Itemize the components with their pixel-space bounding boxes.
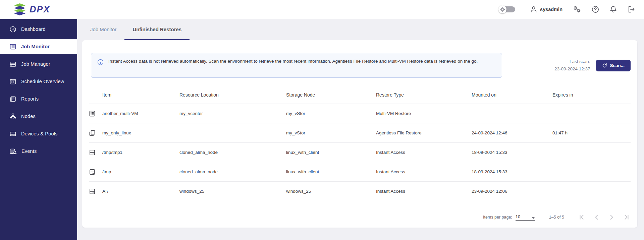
tab-bar: Job Monitor Unfinished Restores <box>82 19 637 40</box>
sidebar-item-nodes[interactable]: Nodes <box>0 109 77 124</box>
previous-page-button[interactable] <box>592 213 601 222</box>
cell-storage-node: my_vStor <box>286 130 376 135</box>
page-range-label: 1–5 of 5 <box>549 215 564 220</box>
logout-icon[interactable] <box>627 5 635 13</box>
last-scan-info: Last scan: 23-09-2024 12:37 <box>554 58 590 72</box>
sidebar-item-job-manager[interactable]: Job Manager <box>0 57 77 71</box>
cell-resource-location: my_vcenter <box>179 111 286 116</box>
cell-resource-location: windows_25 <box>179 189 286 194</box>
dpx-logo-icon <box>13 3 26 15</box>
cell-item: /tmp/tmp1 <box>102 150 179 155</box>
cell-item: /tmp <box>102 169 179 174</box>
pagination-bar: Items per page: 10 1–5 of 5 <box>89 209 631 228</box>
scan-button-label: Scan... <box>610 63 625 68</box>
user-menu[interactable]: sysadmin <box>530 6 562 13</box>
chevron-down-icon <box>532 217 535 219</box>
unfinished-restores-panel: Instant Access data is not retrieved aut… <box>82 40 637 228</box>
devices-icon <box>9 130 16 137</box>
cell-item: another_multi-VM <box>102 111 179 116</box>
next-page-button[interactable] <box>607 213 616 222</box>
col-resource-location: Resource Location <box>179 92 286 98</box>
tab-unfinished-restores[interactable]: Unfinished Restores <box>124 19 190 40</box>
sidebar-item-label: Devices & Pools <box>21 131 58 136</box>
cell-item: my_only_linux <box>102 130 179 135</box>
items-per-page-label: Items per page: <box>483 215 512 220</box>
help-icon[interactable] <box>591 5 599 13</box>
sidebar-item-label: Nodes <box>21 114 36 119</box>
cell-storage-node: windows_25 <box>286 189 376 194</box>
table-row[interactable]: my_only_linuxmy_vStorAgentless File Rest… <box>89 123 631 143</box>
scan-button[interactable]: Scan... <box>596 60 631 71</box>
sidebar-item-label: Job Monitor <box>21 44 50 49</box>
sidebar-item-label: Schedule Overview <box>21 79 64 84</box>
items-per-page-value: 10 <box>516 214 520 219</box>
top-bar: DPX sysadmin <box>0 0 644 19</box>
sidebar-item-reports[interactable]: Reports <box>0 92 77 106</box>
cell-storage-node: linux_with_client <box>286 150 376 155</box>
reports-icon <box>9 96 16 103</box>
username-label: sysadmin <box>540 7 562 12</box>
agentless-icon <box>89 130 102 136</box>
col-expires-in: Expires in <box>552 92 631 98</box>
job-manager-icon <box>9 61 16 68</box>
table-row[interactable]: A:\windows_25windows_25Instant Access23-… <box>89 182 631 201</box>
settings-toggle[interactable] <box>498 5 516 13</box>
sidebar-item-label: Dashboard <box>21 26 46 32</box>
cell-mounted-on: 18-09-2024 15:33 <box>472 150 552 155</box>
cell-restore-type: Instant Access <box>376 169 472 174</box>
table-header-row: Item Resource Location Storage Node Rest… <box>89 86 631 104</box>
cell-restore-type: Multi-VM Restore <box>376 111 472 116</box>
schedule-icon <box>9 78 16 85</box>
multi-vm-icon <box>89 110 102 117</box>
nodes-icon <box>9 113 16 120</box>
col-restore-type: Restore Type <box>376 92 472 98</box>
sidebar-item-dashboard[interactable]: Dashboard <box>0 22 77 37</box>
sidebar-item-label: Job Manager <box>21 61 50 67</box>
sidebar-item-devices-pools[interactable]: Devices & Pools <box>0 126 77 141</box>
sidebar-item-job-monitor[interactable]: Job Monitor <box>0 39 77 54</box>
refresh-icon <box>602 63 607 68</box>
last-scan-value: 23-09-2024 12:37 <box>554 65 590 73</box>
table-row[interactable]: another_multi-VMmy_vcentermy_vStorMulti-… <box>89 104 631 123</box>
table-row[interactable]: /tmp/tmp1cloned_alma_nodelinux_with_clie… <box>89 143 631 162</box>
sidebar-item-label: Events <box>21 148 37 154</box>
cell-expires-in: 01:47 h <box>552 130 631 135</box>
user-icon <box>530 6 537 13</box>
sidebar-item-schedule-overview[interactable]: Schedule Overview <box>0 74 77 89</box>
job-monitor-icon <box>9 43 16 50</box>
logo-text: DPX <box>30 4 50 15</box>
cell-resource-location: cloned_alma_node <box>179 169 286 174</box>
cell-resource-location: cloned_alma_node <box>179 150 286 155</box>
items-per-page-select[interactable]: 10 <box>516 214 535 221</box>
cell-mounted-on: 24-09-2024 12:46 <box>472 130 552 135</box>
info-banner: Instant Access data is not retrieved aut… <box>91 53 502 78</box>
restores-table: Item Resource Location Storage Node Rest… <box>89 86 631 201</box>
table-row[interactable]: /tmpcloned_alma_nodelinux_with_clientIns… <box>89 162 631 182</box>
cell-item: A:\ <box>102 189 179 194</box>
volume-icon <box>89 149 102 156</box>
volume-icon <box>89 169 102 175</box>
sidebar-item-label: Reports <box>21 96 39 102</box>
sidebar: DashboardJob MonitorJob ManagerSchedule … <box>0 19 77 240</box>
dashboard-icon <box>9 26 16 33</box>
tab-job-monitor[interactable]: Job Monitor <box>82 19 124 40</box>
management-gears-icon[interactable] <box>573 5 581 13</box>
notifications-bell-icon[interactable] <box>609 5 617 13</box>
col-item: Item <box>102 92 179 98</box>
last-page-button[interactable] <box>622 213 631 222</box>
cell-mounted-on: 23-09-2024 12:06 <box>472 189 552 194</box>
gear-toggle-icon <box>498 5 506 13</box>
last-scan-label: Last scan: <box>554 58 590 65</box>
cell-restore-type: Instant Access <box>376 189 472 194</box>
banner-message: Instant Access data is not retrieved aut… <box>108 58 478 73</box>
sidebar-item-events[interactable]: Events <box>0 144 77 159</box>
info-icon <box>97 59 104 73</box>
cell-mounted-on: 18-09-2024 15:33 <box>472 169 552 174</box>
col-storage-node: Storage Node <box>286 92 376 98</box>
cell-restore-type: Agentless File Restore <box>376 130 472 135</box>
events-icon <box>9 148 17 155</box>
cell-storage-node: my_vStor <box>286 111 376 116</box>
first-page-button[interactable] <box>578 213 586 222</box>
cell-storage-node: linux_with_client <box>286 169 376 174</box>
dpx-logo: DPX <box>13 3 50 15</box>
